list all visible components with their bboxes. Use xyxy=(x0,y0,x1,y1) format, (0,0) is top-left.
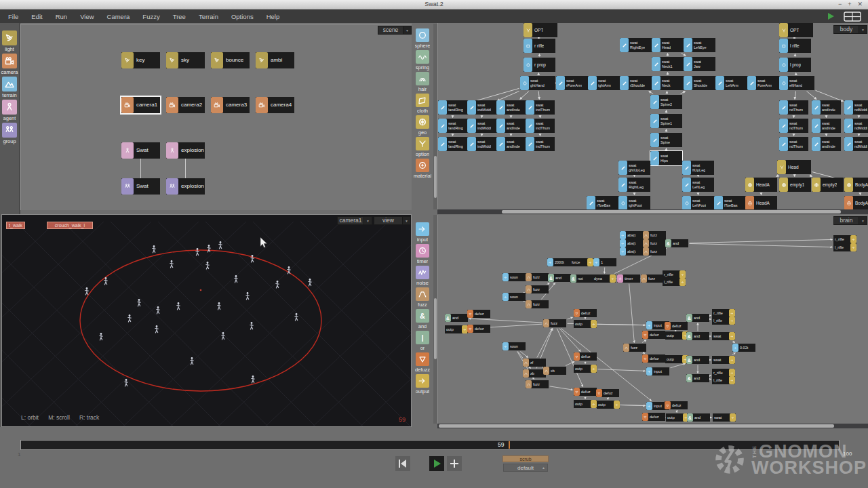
tool-timer[interactable]: timer xyxy=(412,244,433,264)
gnode-Spine2[interactable]: swat Spine2 xyxy=(650,95,682,109)
gnode-andInde[interactable]: swat andInde xyxy=(812,137,841,151)
gnode-landRing[interactable]: swat landRing xyxy=(438,137,467,151)
bnode-fuzz[interactable]: fuzz xyxy=(623,344,646,352)
gnode-andInde[interactable]: swat andInde xyxy=(496,119,526,133)
bnode-zf[interactable]: zf xyxy=(523,359,546,367)
tool-cloth[interactable]: cloth xyxy=(412,94,433,114)
bnode-and[interactable]: &and xyxy=(686,332,709,340)
gnode-Neck1[interactable]: swat Neck1 xyxy=(652,57,684,71)
tool-geo[interactable]: geo xyxy=(412,115,433,136)
bnode-soun[interactable]: soun xyxy=(502,342,526,350)
gnode-BodyA[interactable]: BodyA xyxy=(844,196,868,209)
bnode-l_rifle[interactable]: l_rifle xyxy=(663,278,686,286)
bnode-and[interactable]: &and xyxy=(686,356,709,364)
tool-and[interactable]: &and xyxy=(412,309,433,329)
timeline-playhead[interactable] xyxy=(509,441,510,449)
bnode-defuz[interactable]: defuz xyxy=(596,389,619,397)
menu-edit[interactable]: Edit xyxy=(31,13,42,20)
menu-fuzzy[interactable]: Fuzzy xyxy=(142,13,159,20)
gnode-LeftFoot[interactable]: swat LeftFoot xyxy=(682,196,714,209)
tool-noise[interactable]: noise xyxy=(412,266,433,286)
bnode-soun[interactable]: soun xyxy=(502,273,526,281)
minimize-button[interactable]: − xyxy=(838,1,842,7)
bnode-swat[interactable]: swat xyxy=(712,332,735,340)
bnode-and[interactable]: &and xyxy=(687,413,710,422)
bnode-force[interactable]: force xyxy=(570,258,593,266)
gnode-lToeBas[interactable]: swat lToeBas xyxy=(714,196,746,209)
gnode-Shoulde[interactable]: swat Shoulde xyxy=(684,76,715,90)
bnode-defuz[interactable]: defuz xyxy=(574,388,597,396)
scene-node-camera3[interactable]: camera3 xyxy=(211,97,250,113)
brain-graph-panel[interactable]: brain ▼ abs(tabs(tabs(tfuzzfuzzfuzz&andr… xyxy=(437,215,868,424)
gnode-LeftLeg[interactable]: swat LeftLeg xyxy=(682,178,714,192)
bnode-outp[interactable]: outp xyxy=(574,400,597,408)
gnode-LeftArm[interactable]: swat LeftArm xyxy=(715,76,747,90)
bnode-defuz[interactable]: defuz xyxy=(467,310,490,318)
bnode-l_rifle[interactable]: l_rifle xyxy=(712,317,735,325)
gnode-Spine[interactable]: swat Spine xyxy=(650,133,682,147)
maximize-button[interactable]: + xyxy=(848,1,851,7)
bnode-defuz[interactable]: defuz xyxy=(665,401,688,409)
gnode-OPT[interactable]: OPT xyxy=(524,23,557,37)
viewport-3d[interactable]: t_walkcrouch_walk_l camera1 ▼ view ▼ L: … xyxy=(1,214,412,427)
bnode-outp[interactable]: outp xyxy=(665,331,688,340)
gnode-RightEye[interactable]: swat RightEye xyxy=(620,38,652,52)
scene-node-ambi[interactable]: ambi xyxy=(256,52,294,68)
bnode-outp[interactable]: outp xyxy=(445,325,468,333)
gnode-indMiddl[interactable]: swat indMiddl xyxy=(467,119,496,133)
body-panel-selector[interactable]: body ▼ xyxy=(833,25,867,34)
layout-grid-icon[interactable] xyxy=(844,12,861,22)
timeline[interactable]: 59 xyxy=(20,440,840,450)
bnode-and[interactable]: &and xyxy=(686,374,709,382)
gnode-Spine1[interactable]: swat Spine1 xyxy=(650,114,682,128)
gnode-andInde[interactable]: swat andInde xyxy=(812,100,841,115)
body-graph-panel[interactable]: body ▼ OPTr rifler propswat ghtHandswat … xyxy=(437,23,868,209)
bnode-abs(t[interactable]: abs(t xyxy=(620,247,643,256)
bnode-defuz[interactable]: defuz xyxy=(642,354,665,363)
gnode-l prop[interactable]: l prop xyxy=(779,58,811,72)
scene-panel[interactable]: scene ▼ keyskybounceambicamera1camera2ca… xyxy=(20,24,412,210)
tool-sphere[interactable]: sphere xyxy=(412,28,433,49)
tool-or[interactable]: |or xyxy=(412,331,433,351)
gnode-andInde[interactable]: swat andInde xyxy=(496,100,526,115)
bnode-fuzz[interactable]: fuzz xyxy=(526,300,549,308)
bnode-fuzz[interactable]: fuzz xyxy=(526,285,549,293)
bnode-and[interactable]: &and xyxy=(665,239,688,247)
add-button[interactable] xyxy=(447,456,462,471)
gnode-OPT[interactable]: OPT xyxy=(779,23,813,37)
bnode-xb[interactable]: xb xyxy=(543,367,566,375)
gnode-andInde[interactable]: swat andInde xyxy=(812,119,841,133)
scene-panel-selector[interactable]: scene ▼ xyxy=(378,26,412,35)
bnode-0.02t[interactable]: 0.02t xyxy=(732,344,755,352)
tool-agent[interactable]: agent xyxy=(0,100,19,121)
run-play-icon[interactable] xyxy=(828,13,834,20)
gnode-l rifle[interactable]: l rifle xyxy=(779,39,811,53)
gnode-rShoulde[interactable]: swat rShoulde xyxy=(620,76,652,90)
scene-node-explosion[interactable]: explosion xyxy=(166,178,205,195)
bnode-abs(t[interactable]: abs(t xyxy=(620,239,643,247)
bnode-fuzz[interactable]: fuzz xyxy=(526,380,549,388)
menu-file[interactable]: File xyxy=(8,13,18,20)
viewport-canvas[interactable] xyxy=(2,215,411,426)
menu-options[interactable]: Options xyxy=(231,13,254,20)
bnode-outp[interactable]: outp xyxy=(574,365,597,373)
scene-node-explosion[interactable]: explosion xyxy=(166,142,205,159)
gnode-ndThum[interactable]: swat ndThum xyxy=(779,119,808,133)
viewport-camera-selector[interactable]: camera1 ▼ xyxy=(337,216,372,225)
gnode-indMiddl[interactable]: swat indMiddl xyxy=(467,137,496,151)
bnode-r_rifle[interactable]: r_rifle xyxy=(833,235,856,243)
gnode-ForeArm[interactable]: swat ForeArm xyxy=(747,76,779,90)
gnode-ndMiddl[interactable]: swat ndMiddl xyxy=(844,119,868,133)
tool-input[interactable]: input xyxy=(412,222,433,243)
bnode-defuz[interactable]: defuz xyxy=(665,322,688,330)
bnode-timer[interactable]: timer xyxy=(617,274,640,283)
bnode-fuzz[interactable]: fuzz xyxy=(526,273,549,281)
viewport-tab-t_walk[interactable]: t_walk xyxy=(6,222,25,229)
gnode-rForeArm[interactable]: swat rForeArm xyxy=(556,76,588,90)
gnode-r rifle[interactable]: r rifle xyxy=(524,39,555,53)
gnode-HeadA[interactable]: HeadA xyxy=(745,196,777,209)
scene-node-bounce[interactable]: bounce xyxy=(211,52,250,68)
bnode-defuz[interactable]: defuz xyxy=(642,413,665,421)
viewport-view-selector[interactable]: view ▼ xyxy=(374,216,411,225)
tool-group[interactable]: group xyxy=(0,123,19,144)
